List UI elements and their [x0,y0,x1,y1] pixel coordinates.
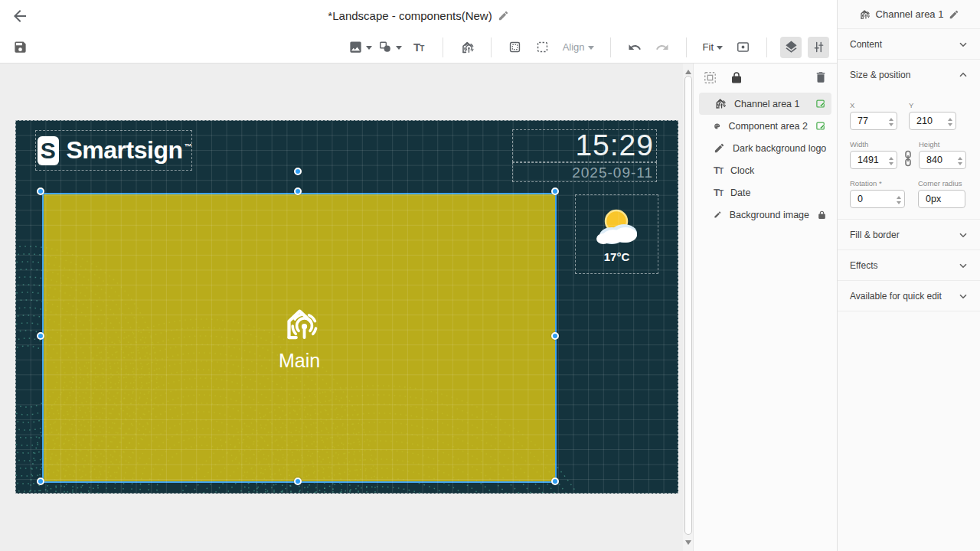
design-canvas[interactable]: S Smartsign™ 15:29 2025-09-11 17°C Main [15,120,678,494]
toggle-layers-panel-button[interactable] [780,37,802,58]
insert-text-button[interactable]: TT [408,37,430,58]
resize-handle-top-right[interactable] [551,187,559,195]
chevron-down-icon [959,261,968,270]
x-label: X [850,101,897,109]
link-dimensions-button[interactable] [903,150,913,169]
insert-channel-area-button[interactable] [456,37,478,58]
document-title-wrap: *Landscape - components(New) [0,9,837,22]
fit-label: Fit [703,41,714,53]
layer-item-date[interactable]: TT Date [699,181,831,204]
text-icon: TT [714,187,723,198]
height-label: Height [919,140,966,148]
width-stepper[interactable] [889,155,893,168]
layer-label: Background image [730,210,809,220]
scroll-down-arrow[interactable] [685,540,691,548]
resize-handle-top-center[interactable] [294,187,302,195]
shapes-icon [378,40,393,54]
preview-button[interactable] [732,37,753,58]
layer-label: Date [730,187,750,198]
resize-handle-bottom-left[interactable] [37,478,44,485]
y-stepper[interactable] [948,116,952,129]
sliders-icon [812,40,826,54]
layer-item-channel-area-1[interactable]: Channel area 1 [699,93,831,115]
chevron-down-icon [717,46,723,53]
document-title: *Landscape - components(New) [328,9,492,22]
channel-area-icon [459,40,475,55]
section-label: Available for quick edit [850,291,942,302]
toolbar: TT Align Fit [0,31,837,64]
clock-object[interactable]: 15:29 [512,129,657,162]
layer-item-clock[interactable]: TT Clock [699,159,831,181]
rotation-stepper[interactable] [897,194,901,207]
insert-placeholder-area-button[interactable] [532,37,554,58]
chevron-down-icon [588,46,594,53]
undo-button[interactable] [624,37,645,58]
section-effects[interactable]: Effects [838,249,980,280]
section-size-position[interactable]: Size & position [838,59,980,90]
resize-handle-bottom-right[interactable] [551,478,559,485]
dark-background-logo-object[interactable]: S Smartsign™ [35,130,192,171]
image-icon [348,40,363,54]
section-content[interactable]: Content [838,28,980,59]
section-available-for-quick-edit[interactable]: Available for quick edit [838,280,980,311]
width-label: Width [850,140,897,148]
corner-radius-label: Corner radius [918,179,965,187]
rename-icon[interactable] [949,9,959,20]
fit-zoom-button[interactable]: Fit [700,41,726,53]
section-label: Fill & border [850,230,900,240]
save-button[interactable] [9,37,31,58]
section-label: Size & position [850,70,910,80]
align-label: Align [563,41,585,53]
text-icon: TT [714,165,723,176]
redo-button[interactable] [652,37,673,58]
date-object[interactable]: 2025-09-11 [512,162,657,182]
quick-edit-icon [815,98,827,109]
layer-list: Channel area 1 Component area 2 Dark bac… [694,91,837,227]
preview-icon [736,40,750,54]
vertical-scrollbar[interactable] [683,64,693,551]
undo-icon [628,41,642,54]
layer-item-component-area-2[interactable]: Component area 2 [699,115,831,137]
quick-edit-icon [815,120,827,132]
insert-component-area-button[interactable] [505,37,526,58]
insert-shape-button[interactable] [378,37,402,58]
size-position-fields: X Y Width [838,90,980,219]
layer-item-background-image[interactable]: Background image [699,204,831,226]
selected-object-title: Channel area 1 [876,8,944,20]
scroll-up-arrow[interactable] [685,67,691,74]
resize-handle-bottom-center[interactable] [294,478,302,485]
temperature-text: 17°C [576,250,658,263]
resize-handle-middle-left[interactable] [37,332,44,340]
select-all-icon[interactable] [703,70,717,85]
scrollbar-thumb[interactable] [684,76,692,535]
locked-badge [817,210,827,220]
link-icon [903,150,913,167]
channel-icon [858,8,871,21]
lock-icon[interactable] [730,70,743,84]
resize-handle-top-left[interactable] [37,187,44,195]
trash-icon[interactable] [814,70,828,84]
corner-radius-input[interactable] [918,190,965,208]
align-menu-button[interactable]: Align [560,41,597,53]
chevron-down-icon [959,40,968,49]
insert-image-button[interactable] [348,37,372,58]
redo-icon [655,41,669,54]
chevron-down-icon [959,230,968,240]
back-button[interactable] [11,7,29,25]
layer-label: Channel area 1 [734,99,799,109]
resize-handle-middle-right[interactable] [551,332,559,340]
toggle-properties-panel-button[interactable] [808,37,829,58]
x-stepper[interactable] [889,116,893,129]
section-fill-border[interactable]: Fill & border [838,219,980,249]
rotation-label: Rotation * [850,179,905,187]
channel-area-1-object[interactable]: Main [42,193,557,483]
channel-icon [276,304,322,345]
dashed-area-icon [535,40,550,54]
height-stepper[interactable] [958,155,962,168]
channel-name-label: Main [279,350,320,372]
layer-item-dark-background-logo[interactable]: Dark background logo [699,137,831,159]
weather-component-area[interactable]: 17°C [575,194,658,274]
lock-icon [817,210,827,220]
rotation-handle[interactable] [294,168,302,175]
edit-title-icon[interactable] [498,10,509,21]
